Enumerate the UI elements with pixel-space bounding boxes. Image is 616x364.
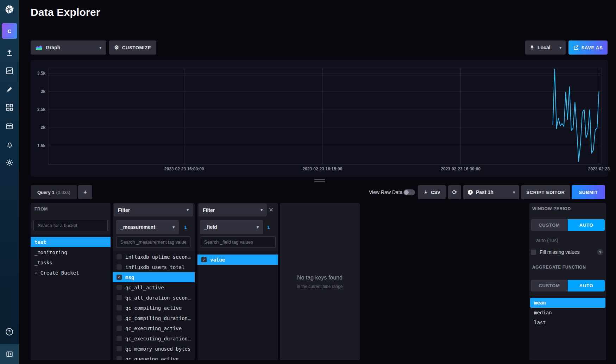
unchecked-checkbox[interactable] bbox=[117, 264, 122, 270]
fill-missing-values-checkbox[interactable] bbox=[531, 250, 536, 255]
checked-checkbox[interactable]: ✓ bbox=[201, 257, 207, 262]
view-raw-data-toggle[interactable] bbox=[403, 189, 415, 195]
query-duration: (0.03s) bbox=[56, 190, 70, 195]
collapse-nav-button[interactable] bbox=[0, 344, 19, 364]
field-list-item[interactable]: ✓value bbox=[197, 255, 278, 265]
view-type-dropdown[interactable]: Graph ▾ bbox=[31, 40, 106, 55]
list-item-label: qc_queueing_active bbox=[125, 356, 179, 360]
unchecked-checkbox[interactable] bbox=[117, 305, 122, 310]
bucket-list-item[interactable]: test bbox=[31, 237, 111, 247]
settings-gear-icon[interactable] bbox=[0, 158, 19, 168]
tasks-calendar-icon[interactable] bbox=[0, 121, 19, 131]
field-key-dropdown[interactable]: _field ▾ bbox=[200, 220, 263, 234]
refresh-icon: ⟳ bbox=[452, 189, 457, 196]
chevron-down-icon: ▾ bbox=[559, 45, 561, 50]
aggregate-function-item[interactable]: median bbox=[530, 308, 605, 318]
list-item-label: _monitoring bbox=[34, 250, 67, 255]
tag-keys-empty-panel: No tag keys found in the current time ra… bbox=[280, 203, 360, 360]
time-range-dropdown[interactable]: Past 1h ▾ bbox=[463, 185, 519, 199]
measurement-list-item[interactable]: qc_all_duration_secon… bbox=[113, 293, 195, 303]
influxdata-logo-icon[interactable] bbox=[5, 5, 14, 14]
measurement-list-item[interactable]: qc_compiling_active bbox=[113, 303, 195, 313]
list-item-label: qc_all_active bbox=[125, 285, 164, 290]
save-as-label: SAVE AS bbox=[582, 45, 603, 50]
list-item-label: qc_compiling_active bbox=[125, 305, 182, 311]
measurement-list-item[interactable]: ✓msg bbox=[113, 272, 195, 282]
resize-drag-handle[interactable] bbox=[314, 179, 325, 182]
customize-button[interactable]: ⚙ CUSTOMIZE bbox=[109, 40, 156, 55]
graphs-icon[interactable] bbox=[0, 66, 19, 76]
local-label: Local bbox=[538, 45, 551, 50]
fill-missing-values-label: Fill missing values bbox=[540, 249, 580, 255]
window-custom-button[interactable]: CUSTOM bbox=[531, 219, 568, 231]
query-options-panel: WINDOW PERIOD CUSTOM AUTO auto (10s) Fil… bbox=[529, 203, 606, 360]
measurement-list-item[interactable]: qc_compiling_duration… bbox=[113, 313, 195, 323]
unchecked-checkbox[interactable] bbox=[117, 356, 122, 360]
bucket-search-input[interactable] bbox=[33, 220, 108, 231]
filter-type-dropdown[interactable]: Filter ▾ bbox=[199, 203, 267, 216]
aggregate-function-item[interactable]: mean bbox=[530, 298, 605, 308]
create-bucket-button[interactable]: + Create Bucket bbox=[31, 268, 111, 278]
upload-icon[interactable] bbox=[0, 48, 19, 58]
local-dropdown[interactable]: Local ▾ bbox=[525, 40, 566, 55]
dashboards-icon[interactable] bbox=[0, 102, 19, 112]
query-tab[interactable]: Query 1 (0.03s) bbox=[31, 185, 77, 199]
x-axis-tick-label: 2023-02-23 bbox=[569, 167, 616, 171]
save-as-button[interactable]: SAVE AS bbox=[568, 40, 608, 55]
nav-sidebar: C bbox=[0, 0, 19, 364]
unchecked-checkbox[interactable] bbox=[117, 326, 122, 331]
aggregate-auto-button[interactable]: AUTO bbox=[568, 280, 605, 291]
measurement-list-item[interactable]: qc_memory_unused_bytes bbox=[113, 344, 195, 354]
field-search-input[interactable] bbox=[200, 236, 276, 248]
unchecked-checkbox[interactable] bbox=[117, 315, 122, 321]
refresh-button[interactable]: ⟳ bbox=[448, 185, 461, 199]
bucket-list-item[interactable]: _monitoring bbox=[31, 247, 111, 257]
bucket-list-item[interactable]: _tasks bbox=[31, 257, 111, 268]
filter-type-dropdown[interactable]: Filter ▾ bbox=[114, 203, 193, 216]
measurement-list-item[interactable]: qc_executing_active bbox=[113, 323, 195, 333]
clock-icon bbox=[467, 189, 473, 195]
unchecked-checkbox[interactable] bbox=[117, 295, 122, 300]
add-query-button[interactable]: + bbox=[78, 185, 92, 199]
script-editor-button[interactable]: SCRIPT EDITOR bbox=[521, 185, 570, 199]
checked-checkbox[interactable]: ✓ bbox=[117, 275, 122, 280]
window-auto-button[interactable]: AUTO bbox=[568, 219, 605, 231]
measurement-list: influxdb_uptime_secon…influxdb_users_tot… bbox=[113, 251, 195, 360]
alerts-bell-icon[interactable] bbox=[0, 139, 19, 149]
list-item-label: value bbox=[210, 257, 225, 263]
aggregate-custom-button[interactable]: CUSTOM bbox=[531, 280, 568, 291]
chevron-down-icon: ▾ bbox=[187, 208, 189, 212]
list-item-label: median bbox=[534, 310, 552, 315]
measurement-list-item[interactable]: qc_executing_duration… bbox=[113, 333, 195, 344]
gear-icon: ⚙ bbox=[114, 44, 119, 51]
time-series-line-chart[interactable] bbox=[31, 60, 608, 177]
view-type-label: Graph bbox=[46, 45, 60, 50]
unchecked-checkbox[interactable] bbox=[117, 336, 122, 341]
question-mark-icon[interactable]: ? bbox=[597, 249, 603, 255]
chevron-down-icon: ▾ bbox=[513, 190, 515, 195]
measurement-key-dropdown[interactable]: _measurement ▾ bbox=[116, 220, 179, 234]
measurement-list-item[interactable]: qc_queueing_active bbox=[113, 354, 195, 360]
unchecked-checkbox[interactable] bbox=[117, 346, 122, 351]
measurement-list-item[interactable]: qc_all_active bbox=[113, 282, 195, 293]
close-icon[interactable]: ✕ bbox=[269, 206, 274, 214]
measurement-list-item[interactable]: influxdb_uptime_secon… bbox=[113, 252, 195, 262]
measurement-list-item[interactable]: influxdb_users_total bbox=[113, 262, 195, 272]
x-axis-tick-label: 2023-02-23 16:00:00 bbox=[154, 167, 214, 171]
unchecked-checkbox[interactable] bbox=[117, 254, 122, 259]
org-avatar[interactable]: C bbox=[2, 23, 17, 39]
help-icon[interactable]: ? bbox=[6, 328, 13, 335]
edit-pencil-icon[interactable] bbox=[0, 84, 19, 94]
aggregate-function-list: meanmedianlast bbox=[529, 296, 606, 360]
y-axis-tick-label: 2k bbox=[31, 125, 45, 130]
unchecked-checkbox[interactable] bbox=[117, 285, 122, 290]
measurement-filter-panel: Filter ▾ _measurement ▾ 1 influxdb_uptim… bbox=[113, 203, 195, 360]
csv-download-button[interactable]: CSV bbox=[418, 185, 446, 199]
measurement-search-input[interactable] bbox=[116, 236, 190, 248]
list-item-label: mean bbox=[534, 300, 546, 306]
aggregate-function-item[interactable]: last bbox=[530, 318, 605, 327]
submit-button[interactable]: SUBMIT bbox=[572, 185, 605, 199]
selected-count-badge: 1 bbox=[264, 222, 274, 232]
x-axis-tick-label: 2023-02-23 16:30:00 bbox=[431, 167, 491, 171]
list-item-label: + Create Bucket bbox=[34, 270, 79, 276]
